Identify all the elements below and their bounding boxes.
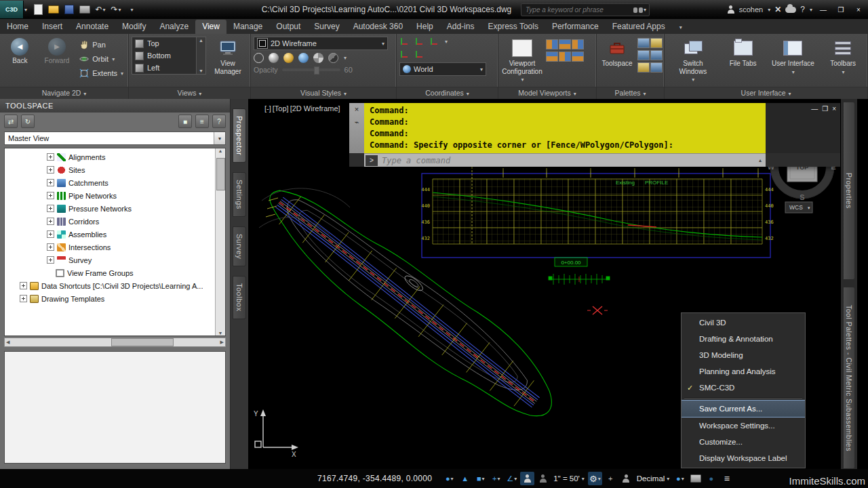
command-window-close-icon[interactable]: × [832,105,836,113]
ucs-chevron-icon[interactable]: ▾ [445,39,448,45]
tree-scroll-right-icon[interactable]: ▶ [220,340,224,345]
orbit-button[interactable]: Orbit ▾ [77,52,125,66]
drafting-settings-icon[interactable]: ▲ [458,472,472,485]
expand-icon[interactable] [47,243,54,251]
tree-scroll-up-icon[interactable]: ▲ [218,148,223,153]
refresh-icon[interactable]: ↻ [21,115,35,128]
tree-vertical-scrollbar[interactable]: ▲ ▼ [215,148,225,336]
toolbars-button[interactable]: Toolbars ▾ [825,37,861,75]
tree-item-alignments[interactable]: Alignments [5,150,225,163]
tab-home[interactable]: Home [0,20,35,34]
tab-insert[interactable]: Insert [35,20,69,34]
tree-horizontal-scrollbar[interactable]: ◀ ▶ [4,338,226,347]
qat-customize-chevron-icon[interactable]: ▾ [125,3,138,16]
exchange-apps-icon[interactable]: ✕ [774,5,781,14]
tree-item-intersections[interactable]: Intersections [5,241,225,253]
tree-item-assemblies[interactable]: Assemblies [5,228,225,241]
command-close-icon[interactable]: × [355,106,359,113]
tab-express-tools[interactable]: Express Tools [481,20,545,34]
redo-icon[interactable]: ↷▾ [109,3,123,16]
help-search-box[interactable]: ▾ [521,3,650,16]
tab-annotate[interactable]: Annotate [69,20,115,34]
panel-label-views[interactable]: Views ▾ [129,87,250,99]
expand-icon[interactable] [47,166,54,174]
user-interface-button[interactable]: User Interface ▾ [771,37,814,75]
ucs-named-icon[interactable] [399,49,409,59]
menu-item-planning-analysis[interactable]: Planning and Analysis [682,363,805,380]
drawing-canvas[interactable]: [-] [Top] [2D Wireframe] N W E S TOP WCS… [248,99,841,469]
tree-scroll-left-icon[interactable]: ◀ [6,340,9,345]
menu-item-save-current-as[interactable]: Save Current As... [682,400,805,418]
view-selector-chevron-icon[interactable]: ▾ [214,132,225,144]
user-menu-chevron-icon[interactable]: ▾ [768,7,770,13]
toolspace-help-icon[interactable]: ? [212,115,226,128]
tab-autodesk-360[interactable]: Autodesk 360 [347,20,410,34]
menu-item-3d-modeling[interactable]: 3D Modeling [682,347,805,363]
hidden-style-icon[interactable] [313,53,323,63]
save-icon[interactable] [62,3,76,16]
shaded-style-icon[interactable] [269,53,279,63]
viewport-preset-icon[interactable] [572,39,584,49]
units-icon[interactable] [619,472,633,485]
command-customize-icon[interactable]: ⌁ [355,119,359,126]
search-input[interactable] [524,5,633,14]
views-scroll-down-icon[interactable]: ▼ [199,68,203,73]
ribbon-display-chevron-icon[interactable]: ▾ [672,20,689,34]
menu-item-smc-c3d[interactable]: ✓SMC-C3D [682,380,805,396]
menu-item-civil-3d[interactable]: Civil 3D [682,314,805,331]
annotation-visibility-icon[interactable] [520,472,534,485]
search-chevron-icon[interactable]: ▾ [644,7,646,13]
xray-style-icon[interactable] [328,53,338,63]
panel-label-visual-styles[interactable]: Visual Styles ▾ [251,87,396,99]
expand-icon[interactable] [47,218,54,225]
panel-label-coordinates[interactable]: Coordinates ▾ [397,87,498,99]
ucs-origin-icon[interactable] [414,37,424,46]
viewport-preset-icon[interactable] [559,39,571,49]
tab-properties[interactable]: Properties [843,102,855,280]
views-scroll-up-icon[interactable]: ▲ [199,38,203,43]
command-history-chevron-icon[interactable]: ▴ [759,157,762,163]
wireframe-style-icon[interactable] [254,53,264,63]
application-menu-button[interactable]: C3D [0,1,24,18]
back-button[interactable]: ◀ Back [3,37,37,65]
hardware-acceleration-icon[interactable]: ■▾ [473,472,488,485]
view-manager-button[interactable]: View Manager [209,37,247,75]
quick-properties-icon[interactable]: ●▾ [673,472,687,485]
ucs-icon[interactable]: Y X [254,409,298,458]
ucs-z-axis-icon[interactable] [429,37,439,46]
isodraft-icon[interactable]: ∠▾ [505,472,519,485]
view-bottom-item[interactable]: Bottom [132,49,196,62]
forward-button[interactable]: ▶ Forward [40,37,75,65]
workspace-switching-icon[interactable]: ⚙▾ [588,472,602,485]
tab-tool-palettes[interactable]: Tool Palettes - Civil Metric Subassembli… [843,287,855,469]
new-icon[interactable] [31,3,45,16]
panel-label-palettes[interactable]: Palettes ▾ [597,87,664,99]
realistic-style-icon[interactable] [283,53,294,63]
palette-icon[interactable] [637,38,650,48]
restore-button[interactable]: ❐ [834,3,848,16]
command-input[interactable] [380,155,759,166]
annotation-monitor-icon[interactable]: + [604,472,618,485]
panel-label-user-interface[interactable]: User Interface ▾ [665,87,867,99]
app-menu-chevron-icon[interactable]: ▾ [24,7,27,13]
undo-icon[interactable]: ↶▾ [94,3,107,16]
signed-in-user[interactable]: scohen [739,5,763,14]
palette-icon[interactable] [637,62,650,73]
viewport-preset-icon[interactable] [572,52,584,62]
close-button[interactable]: × [852,3,865,16]
extents-button[interactable]: Extents ▾ [77,66,125,80]
file-tabs-button[interactable]: File Tabs [726,37,761,68]
viewport-configuration-button[interactable]: Viewport Configuration ▾ [501,37,543,83]
switch-windows-button[interactable]: Switch Windows ▾ [671,37,715,83]
ucs-world-icon[interactable] [399,37,409,46]
tree-item-catchments[interactable]: Catchments [5,176,225,189]
ucs-previous-icon[interactable] [414,49,424,59]
command-history[interactable]: Command: Command: Command: Command: Spec… [364,103,766,153]
tab-performance[interactable]: Performance [545,20,606,34]
menu-item-workspace-settings[interactable]: Workspace Settings... [682,418,805,434]
viewport-preset-icon[interactable] [559,52,571,62]
tab-manage[interactable]: Manage [226,20,269,34]
isolate-objects-icon[interactable]: ● [704,472,718,485]
palette-icon[interactable] [637,50,650,60]
tree-item-pressure-networks[interactable]: Pressure Networks [5,202,225,215]
